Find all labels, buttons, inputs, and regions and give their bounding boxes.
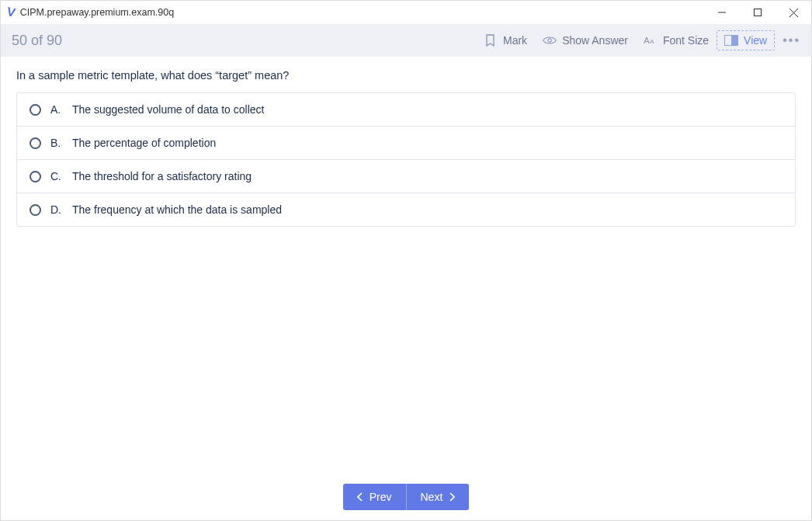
next-label: Next [421,491,443,503]
option-letter: C. [50,170,63,182]
more-icon: ••• [783,33,800,47]
answer-option-b[interactable]: B. The percentage of completion [17,127,795,160]
svg-point-4 [548,39,552,43]
close-icon [789,9,798,17]
mark-button[interactable]: Mark [476,30,535,50]
show-answer-button[interactable]: Show Answer [535,30,636,50]
maximize-icon [754,9,762,16]
app-window: V CIPM.prepaway.premium.exam.90q 50 of 9… [0,0,812,521]
chevron-right-icon [449,492,455,502]
view-layout-icon [724,33,738,47]
question-text: In a sample metric template, what does “… [16,69,796,82]
font-size-icon: AA [644,33,658,47]
app-logo-icon: V [5,5,16,20]
font-size-button[interactable]: AA Font Size [636,30,717,50]
radio-icon [29,204,41,216]
mark-label: Mark [503,34,527,47]
svg-text:A: A [644,36,650,46]
maximize-button[interactable] [740,1,776,24]
radio-icon [29,171,41,182]
toolbar: 50 of 90 Mark Show Answer AA Font Size V… [1,24,811,57]
svg-text:A: A [650,39,654,46]
answer-option-d[interactable]: D. The frequency at which the data is sa… [17,193,795,226]
option-text: The suggested volume of data to collect [72,103,264,116]
content-area: In a sample metric template, what does “… [1,57,811,474]
window-title: CIPM.prepaway.premium.exam.90q [20,7,174,18]
svg-rect-1 [755,9,762,16]
option-letter: B. [50,137,63,149]
eye-icon [543,33,557,47]
titlebar: V CIPM.prepaway.premium.exam.90q [1,1,811,24]
answer-list: A. The suggested volume of data to colle… [16,92,796,227]
option-text: The threshold for a satisfactory rating [72,170,252,182]
show-answer-label: Show Answer [562,34,628,47]
view-button[interactable]: View [717,30,775,50]
prev-label: Prev [370,491,392,503]
option-text: The frequency at which the data is sampl… [72,203,282,216]
question-progress: 50 of 90 [12,33,62,49]
option-letter: D. [50,203,63,216]
window-controls [704,1,811,24]
option-letter: A. [50,103,63,116]
option-text: The percentage of completion [72,137,216,149]
more-button[interactable]: ••• [783,33,800,47]
bookmark-icon [484,33,498,47]
view-label: View [744,34,767,47]
minimize-button[interactable] [704,1,740,24]
answer-option-c[interactable]: C. The threshold for a satisfactory rati… [17,160,795,193]
footer-nav: Prev Next [1,474,811,520]
close-button[interactable] [776,1,811,24]
font-size-label: Font Size [663,34,709,47]
next-button[interactable]: Next [407,484,470,510]
radio-icon [29,104,41,116]
minimize-icon [718,9,726,16]
radio-icon [29,137,41,149]
svg-rect-8 [731,36,738,46]
chevron-left-icon [357,492,363,502]
prev-button[interactable]: Prev [343,484,407,510]
answer-option-a[interactable]: A. The suggested volume of data to colle… [17,93,795,127]
